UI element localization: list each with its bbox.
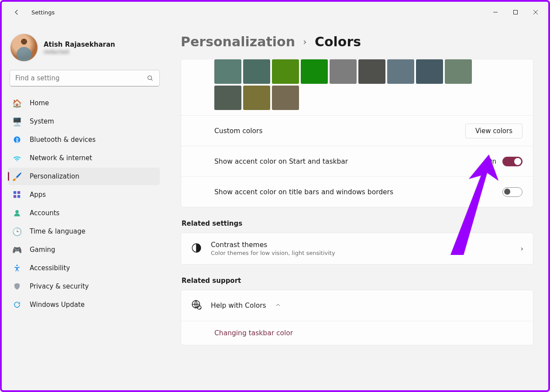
color-swatch[interactable]	[445, 59, 472, 84]
search-input[interactable]	[10, 70, 160, 86]
maximize-button[interactable]	[505, 3, 526, 21]
apps-icon	[12, 190, 22, 199]
view-colors-button[interactable]: View colors	[465, 124, 522, 138]
svg-rect-6	[17, 195, 20, 198]
color-swatch[interactable]	[214, 86, 241, 110]
help-colors-header[interactable]: Help with Colors	[181, 290, 533, 321]
accent-start-label: Show accent color on Start and taskbar	[214, 158, 487, 165]
changing-taskbar-color-link[interactable]: Changing taskbar color	[181, 321, 533, 345]
accounts-icon	[12, 208, 22, 218]
network-icon	[12, 153, 22, 163]
accent-titlebar-row: Show accent color on title bars and wind…	[181, 176, 533, 207]
related-support-heading: Related support	[182, 277, 533, 285]
app-title: Settings	[31, 9, 55, 16]
sidebar-item-label: Home	[30, 99, 49, 107]
titlebar: Settings	[2, 2, 548, 23]
sidebar-item-label: Network & internet	[30, 154, 92, 162]
help-icon	[191, 299, 202, 312]
back-button[interactable]	[10, 6, 23, 18]
accent-start-toggle[interactable]	[502, 157, 522, 166]
contrast-icon	[191, 242, 202, 255]
gaming-icon: 🎮	[12, 245, 22, 254]
sidebar-item-system[interactable]: 🖥️System	[8, 113, 160, 130]
chevron-right-icon: ›	[303, 36, 307, 47]
sidebar: Atish Rajasekharan redacted 🏠Home 🖥️Syst…	[2, 23, 168, 390]
color-swatch[interactable]	[330, 59, 357, 84]
color-swatch[interactable]	[243, 86, 270, 110]
help-title: Help with Colors	[211, 302, 266, 309]
custom-colors-label: Custom colors	[214, 127, 465, 135]
related-settings-heading: Related settings	[182, 220, 533, 227]
sidebar-item-accounts[interactable]: Accounts	[8, 204, 160, 222]
minimize-button[interactable]	[485, 3, 505, 21]
time-icon: 🕒	[12, 227, 22, 236]
sidebar-item-home[interactable]: 🏠Home	[8, 94, 160, 112]
color-swatch[interactable]	[243, 59, 270, 84]
bluetooth-icon	[12, 135, 22, 144]
sidebar-item-label: System	[30, 117, 54, 125]
custom-colors-row: Custom colors View colors	[181, 115, 533, 146]
accent-start-taskbar-row: Show accent color on Start and taskbar O…	[181, 146, 533, 176]
system-icon: 🖥️	[12, 117, 22, 126]
avatar	[10, 34, 38, 61]
user-block[interactable]: Atish Rajasekharan redacted	[8, 26, 162, 70]
chevron-right-icon: ›	[521, 244, 523, 253]
color-swatch[interactable]	[358, 59, 385, 84]
update-icon	[12, 300, 22, 309]
svg-rect-4	[17, 191, 20, 194]
svg-rect-5	[14, 195, 16, 198]
contrast-themes-card[interactable]: Contrast themes Color themes for low vis…	[181, 233, 533, 265]
accent-title-label: Show accent color on title bars and wind…	[214, 188, 502, 196]
colors-panel: Custom colors View colors Show accent co…	[181, 59, 533, 207]
svg-rect-3	[14, 191, 16, 194]
svg-rect-0	[514, 10, 518, 14]
sidebar-item-label: Apps	[30, 191, 46, 199]
main-content: Personalization › Colors Custom colors V…	[168, 23, 548, 390]
color-swatch[interactable]	[214, 59, 241, 84]
privacy-icon	[12, 282, 22, 291]
personalization-icon: 🖌️	[12, 172, 22, 181]
sidebar-item-apps[interactable]: Apps	[8, 186, 160, 203]
sidebar-item-label: Personalization	[30, 172, 79, 180]
search-icon	[145, 75, 155, 82]
contrast-sub: Color themes for low vision, light sensi…	[211, 250, 512, 256]
breadcrumb: Personalization › Colors	[181, 34, 533, 49]
sidebar-item-label: Windows Update	[30, 301, 85, 309]
chevron-up-icon	[275, 302, 281, 310]
user-email: redacted	[44, 48, 115, 55]
svg-point-1	[148, 76, 152, 80]
help-colors-panel: Help with Colors Changing taskbar color	[181, 290, 533, 345]
sidebar-item-time[interactable]: 🕒Time & language	[8, 223, 160, 240]
sidebar-item-bluetooth[interactable]: Bluetooth & devices	[8, 131, 160, 148]
color-swatch[interactable]	[387, 59, 414, 84]
svg-point-7	[15, 210, 19, 213]
svg-point-2	[14, 137, 21, 143]
sidebar-item-network[interactable]: Network & internet	[8, 149, 160, 167]
toggle-state-label: On	[487, 158, 496, 165]
sidebar-item-label: Time & language	[30, 227, 86, 235]
sidebar-item-label: Accounts	[30, 209, 59, 217]
accent-title-toggle[interactable]	[502, 187, 522, 197]
sidebar-item-privacy[interactable]: Privacy & security	[8, 278, 160, 295]
color-swatch[interactable]	[272, 86, 299, 110]
sidebar-item-personalization[interactable]: 🖌️Personalization	[8, 168, 160, 185]
breadcrumb-parent[interactable]: Personalization	[181, 34, 295, 49]
accent-color-swatches	[181, 59, 533, 115]
accessibility-icon	[12, 263, 22, 273]
close-button[interactable]	[526, 3, 546, 21]
color-swatch[interactable]	[416, 59, 443, 84]
svg-point-8	[16, 265, 17, 266]
nav: 🏠Home 🖥️System Bluetooth & devices Netwo…	[8, 94, 162, 313]
sidebar-item-update[interactable]: Windows Update	[8, 296, 160, 313]
sidebar-item-label: Bluetooth & devices	[30, 136, 96, 144]
sidebar-item-label: Accessibility	[30, 264, 70, 272]
sidebar-item-gaming[interactable]: 🎮Gaming	[8, 241, 160, 258]
sidebar-item-label: Privacy & security	[30, 282, 89, 290]
page-title: Colors	[315, 34, 361, 49]
color-swatch[interactable]	[272, 59, 299, 84]
home-icon: 🏠	[12, 98, 22, 108]
user-name: Atish Rajasekharan	[44, 41, 115, 48]
search-field[interactable]	[15, 74, 145, 82]
color-swatch[interactable]	[301, 59, 328, 84]
sidebar-item-accessibility[interactable]: Accessibility	[8, 259, 160, 277]
